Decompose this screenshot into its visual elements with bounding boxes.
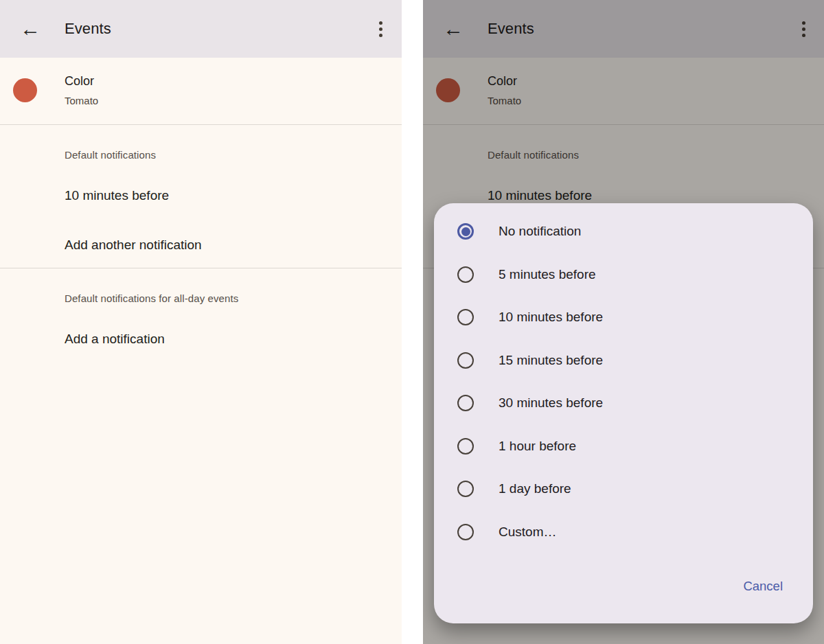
settings-section: Default notifications for all-day events…: [0, 268, 402, 362]
dialog-option-label: Custom…: [499, 525, 556, 540]
radio-button-unchecked-icon[interactable]: [457, 395, 474, 411]
color-swatch-tomato-icon: [13, 78, 37, 102]
dialog-option[interactable]: No notification: [434, 210, 813, 253]
radio-button-unchecked-icon[interactable]: [457, 309, 474, 325]
cancel-button[interactable]: Cancel: [743, 578, 783, 595]
kebab-dot: [379, 34, 382, 37]
dialog-option[interactable]: 1 day before: [434, 468, 813, 511]
radio-button-unchecked-icon[interactable]: [457, 266, 474, 283]
radio-button-unchecked-icon[interactable]: [457, 352, 474, 369]
dialog-option-label: 30 minutes before: [499, 395, 603, 411]
dialog-option-label: 1 hour before: [499, 439, 576, 454]
dialog-option-label: 15 minutes before: [499, 353, 603, 368]
radio-button-checked-icon[interactable]: [457, 223, 474, 240]
dialog-option-label: No notification: [499, 224, 581, 239]
dialog-option[interactable]: Custom…: [434, 511, 813, 554]
radio-button-unchecked-icon[interactable]: [457, 524, 474, 540]
section-header: Default notifications: [65, 149, 402, 161]
color-setting-label: Color: [65, 74, 94, 89]
dialog-option[interactable]: 5 minutes before: [434, 253, 813, 297]
notification-setting-item[interactable]: Add a notification: [65, 324, 402, 354]
radio-button-unchecked-icon[interactable]: [457, 438, 474, 455]
settings-section: Default notifications10 minutes beforeAd…: [0, 125, 402, 268]
dialog-option[interactable]: 10 minutes before: [434, 296, 813, 339]
color-setting-value: Tomato: [65, 95, 98, 106]
dialog-option-label: 5 minutes before: [499, 267, 596, 282]
dialog-option[interactable]: 15 minutes before: [434, 339, 813, 382]
radio-button-unchecked-icon[interactable]: [457, 481, 474, 497]
settings-list: Color Tomato Default notifications10 min…: [0, 58, 402, 644]
back-arrow-icon[interactable]: ←: [16, 14, 44, 44]
dialog-option[interactable]: 1 hour before: [434, 425, 813, 468]
dialog-option-label: 1 day before: [499, 481, 571, 496]
notification-setting-item[interactable]: Add another notification: [65, 230, 402, 260]
events-settings-screen: ← Events Color Tomato Default notificati…: [0, 0, 402, 644]
kebab-dot: [379, 27, 382, 31]
dialog-option-label: 10 minutes before: [499, 310, 603, 325]
color-setting-row[interactable]: Color Tomato: [0, 58, 402, 125]
notification-picker-dialog: No notification5 minutes before10 minute…: [434, 203, 813, 623]
page-title: Events: [65, 20, 111, 38]
notification-setting-item[interactable]: 10 minutes before: [65, 181, 402, 211]
section-header: Default notifications for all-day events: [65, 292, 402, 305]
events-settings-screen-dimmed: ← Events Color Tomato Default notificati…: [423, 0, 824, 644]
top-app-bar: ← Events: [0, 0, 402, 58]
dialog-option[interactable]: 30 minutes before: [434, 382, 813, 425]
kebab-dot: [379, 21, 382, 25]
overflow-menu-icon[interactable]: [374, 19, 387, 38]
